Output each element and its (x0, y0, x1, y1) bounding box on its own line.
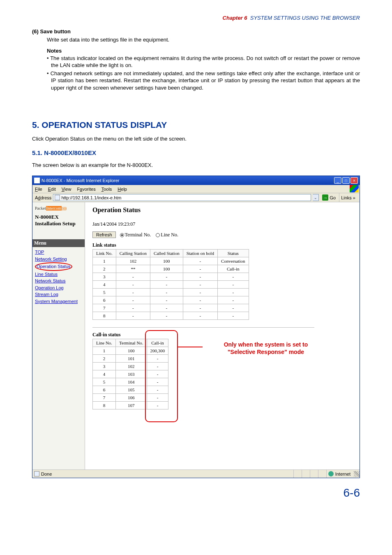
sidebar: PacketIntercom))))) N-8000EX Installatio… (32, 202, 85, 469)
col-line-no: Line No. (93, 339, 116, 347)
table-row: 5---- (93, 289, 249, 296)
heading-5-1: 5.1. N-8000EX/8010EX (32, 149, 360, 156)
table-header-row: Link No. Calling Station Called Station … (93, 250, 249, 257)
table-row: 8107- (93, 402, 168, 409)
page-icon (55, 195, 60, 200)
url-field[interactable]: http://192.168.1.1/index-e.htm (53, 194, 311, 201)
statusbar-cell (310, 470, 318, 478)
menu-help[interactable]: Help (118, 187, 127, 192)
menu-favorites[interactable]: Favorites (77, 187, 95, 192)
close-button[interactable]: × (350, 177, 358, 184)
main-panel: Operation Status Jan/14/2004 19:23:07 Re… (85, 202, 360, 469)
model-label: N-8000EX (35, 214, 82, 220)
timestamp: Jan/14/2004 19:23:07 (92, 221, 352, 227)
link-status-header: Link status (92, 242, 352, 248)
callout-note: Only when the system is set to "Selectiv… (204, 341, 327, 356)
window-title: N-8000EX - Microsoft Internet Explorer (42, 178, 334, 183)
col-callin: Call-in (147, 339, 168, 347)
done-icon (34, 471, 39, 476)
sidebar-item-network-setting[interactable]: Network Setting (35, 256, 82, 263)
table-row: 1102100-Conversation (93, 257, 249, 265)
sidebar-item-system-management[interactable]: System Management (35, 298, 82, 305)
table-row: 1100200,300 (93, 347, 168, 355)
page-title: Operation Status (92, 206, 352, 214)
col-hold: Station on hold (183, 250, 217, 257)
minimize-button[interactable]: _ (334, 177, 341, 184)
resize-grip-icon (354, 471, 360, 477)
section-6-title: Save button (40, 28, 71, 35)
radio-line-no[interactable] (156, 233, 160, 237)
address-bar: Address http://192.168.1.1/index-e.htm ⌄… (32, 193, 360, 202)
statusbar-cell (302, 470, 310, 478)
links-button[interactable]: Links » (339, 193, 357, 202)
note-2: • Changed network settings are not immed… (47, 70, 360, 92)
sidebar-item-stream-log[interactable]: Stream Log (35, 291, 82, 298)
maximize-button[interactable]: □ (342, 177, 350, 184)
menu-tools[interactable]: Tools (101, 187, 112, 192)
menubar: File Edit View Favorites Tools Help (32, 185, 360, 193)
divider (92, 327, 314, 328)
refresh-button[interactable]: Refresh (92, 231, 116, 238)
internet-icon (328, 471, 334, 476)
notes-header: Notes (47, 48, 360, 54)
col-called: Called Station (150, 250, 183, 257)
section-6-heading: (6) Save button (32, 28, 360, 35)
col-calling: Calling Station (116, 250, 150, 257)
page-number: 6-6 (32, 486, 360, 500)
table-row: 3---- (93, 273, 249, 281)
operation-status-highlight: Operation Status (35, 262, 72, 271)
radio-group: Terminal No. Line No. (120, 232, 178, 238)
chapter-header: Chapter 6 SYSTEM SETTINGS USING THE BROW… (32, 15, 360, 21)
go-button[interactable]: → Go (321, 194, 337, 201)
address-label: Address (35, 195, 51, 200)
table-row: 6---- (93, 296, 249, 304)
callout-connector-line (178, 347, 203, 347)
note-1: • The status indicator located on the eq… (47, 55, 360, 69)
table-row: 2**100-Call-in (93, 265, 249, 273)
col-terminal-no: Terminal No. (116, 339, 147, 347)
table-row: 5104- (93, 378, 168, 386)
radio-line-label: Line No. (161, 232, 178, 238)
table-row: 4103- (93, 370, 168, 378)
statusbar-cell (318, 470, 326, 478)
link-status-table: Link No. Calling Station Called Station … (92, 249, 249, 320)
internet-zone-label: Internet (335, 472, 350, 476)
col-link-no: Link No. (93, 250, 116, 257)
callin-status-header: Call-in status (92, 332, 352, 338)
ie-icon (34, 178, 40, 183)
menu-header: Menu (32, 239, 85, 247)
go-label: Go (330, 195, 336, 200)
table-row: 3102- (93, 363, 168, 370)
internet-zone: Internet (326, 470, 352, 478)
url-dropdown[interactable]: ⌄ (313, 194, 319, 201)
sidebar-item-line-status[interactable]: Line Status (35, 271, 82, 278)
menu-edit[interactable]: Edit (48, 187, 56, 192)
table-row: 2101- (93, 355, 168, 363)
content-area: PacketIntercom))))) N-8000EX Installatio… (32, 202, 360, 469)
chapter-label: Chapter 6 (223, 15, 247, 21)
install-label: Installation Setup (35, 220, 82, 227)
product-logo: PacketIntercom))))) (35, 205, 82, 211)
radio-terminal-no[interactable] (120, 233, 124, 237)
menu-view[interactable]: View (62, 187, 71, 192)
section-6-num: (6) (32, 28, 39, 35)
table-row: 4---- (93, 281, 249, 289)
ie-logo-icon (350, 185, 359, 192)
sidebar-item-network-status[interactable]: Network Status (35, 278, 82, 284)
statusbar: Done Internet (32, 469, 360, 478)
browser-window: N-8000EX - Microsoft Internet Explorer _… (32, 176, 360, 478)
radio-terminal-label: Terminal No. (125, 232, 151, 238)
titlebar: N-8000EX - Microsoft Internet Explorer _… (32, 176, 360, 185)
sidebar-item-operation-status[interactable]: Operation Status (35, 262, 82, 271)
table-header-row: Line No. Terminal No. Call-in (93, 339, 168, 347)
menu-file[interactable]: File (35, 187, 42, 192)
heading-5-1-desc: The screen below is an example for the N… (32, 162, 360, 168)
statusbar-cell (293, 470, 302, 478)
table-row: 6105- (93, 386, 168, 394)
sidebar-item-top[interactable]: TOP (35, 249, 82, 256)
status-done: Done (41, 472, 293, 476)
section-6-desc: Write set data into the settings file in… (47, 36, 360, 44)
sidebar-item-operation-log[interactable]: Operation Log (35, 284, 82, 291)
col-status: Status (217, 250, 249, 257)
table-row: 8---- (93, 312, 249, 320)
